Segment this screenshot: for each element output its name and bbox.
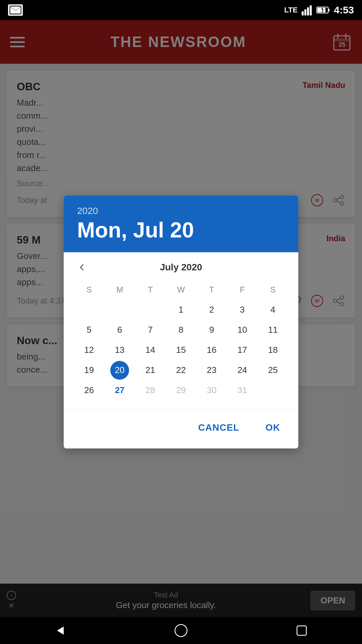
day-5[interactable]: 5 [80, 321, 99, 339]
day-12[interactable]: 12 [80, 341, 99, 360]
day-10[interactable]: 10 [233, 321, 252, 339]
day-21[interactable]: 21 [141, 361, 160, 380]
month-year-label: July 2020 [160, 262, 202, 273]
day-7[interactable]: 7 [141, 321, 160, 339]
weekday-fri: F [227, 282, 257, 297]
svg-rect-4 [310, 5, 312, 15]
day-18[interactable]: 18 [263, 341, 282, 360]
time-display: 4:53 [334, 4, 354, 16]
datepicker-year: 2020 [77, 206, 285, 216]
calendar-days: 1 2 3 4 5 6 7 8 9 10 11 12 13 14 15 [74, 301, 288, 400]
svg-rect-3 [307, 7, 309, 15]
prev-month-button[interactable] [74, 259, 90, 276]
status-bar-left [8, 4, 23, 16]
day-15[interactable]: 15 [172, 341, 190, 360]
day-11[interactable]: 11 [263, 321, 282, 339]
home-icon [174, 624, 188, 637]
day-19[interactable]: 19 [80, 361, 99, 380]
day-31[interactable]: 31 [233, 381, 252, 400]
signal-icon [302, 5, 312, 15]
day-empty-2 [110, 301, 129, 319]
day-29[interactable]: 29 [172, 381, 190, 400]
day-27-today[interactable]: 27 [110, 381, 129, 400]
navigation-bar [0, 617, 362, 644]
back-button[interactable] [47, 621, 74, 641]
day-empty-3 [141, 301, 160, 319]
weekday-tue: T [135, 282, 166, 297]
svg-rect-0 [10, 6, 21, 14]
day-empty-end [263, 381, 282, 400]
weekday-mon: M [104, 282, 135, 297]
calendar-grid: S M T W T F S 1 2 3 4 [74, 282, 288, 400]
day-17[interactable]: 17 [233, 341, 252, 360]
day-6[interactable]: 6 [110, 321, 129, 339]
weekday-sat: S [258, 282, 288, 297]
svg-rect-34 [297, 626, 306, 635]
battery-icon [316, 6, 330, 14]
day-empty-1 [80, 301, 99, 319]
home-button[interactable] [168, 621, 194, 641]
svg-rect-1 [302, 11, 304, 15]
weekday-thu: T [196, 282, 227, 297]
datepicker-nav: July 2020 [74, 259, 288, 276]
ok-button[interactable]: Ok [257, 417, 288, 438]
svg-rect-6 [328, 9, 329, 11]
svg-rect-2 [304, 9, 306, 15]
day-23[interactable]: 23 [202, 361, 221, 380]
datepicker-body: July 2020 S M T W T F S [64, 252, 298, 410]
calendar-weekdays: S M T W T F S [74, 282, 288, 297]
svg-point-33 [175, 625, 187, 637]
datepicker-date: Mon, Jul 20 [77, 218, 285, 242]
day-8[interactable]: 8 [172, 321, 190, 339]
svg-marker-32 [57, 627, 64, 635]
day-26[interactable]: 26 [80, 381, 99, 400]
day-9[interactable]: 9 [202, 321, 221, 339]
email-icon [8, 4, 23, 16]
dialog-overlay: 2020 Mon, Jul 20 July 2020 S M [0, 0, 362, 644]
datepicker-actions: CANCEL Ok [64, 410, 298, 448]
datepicker-header: 2020 Mon, Jul 20 [64, 196, 298, 252]
day-1[interactable]: 1 [172, 301, 190, 319]
day-30[interactable]: 30 [202, 381, 221, 400]
weekday-sun: S [74, 282, 104, 297]
svg-rect-7 [317, 8, 325, 12]
day-20-selected[interactable]: 20 [110, 361, 129, 380]
weekday-wed: W [166, 282, 196, 297]
day-22[interactable]: 22 [172, 361, 190, 380]
recents-button[interactable] [288, 621, 315, 641]
status-bar: LTE 4:53 [0, 0, 362, 20]
network-indicator: LTE [284, 6, 298, 14]
datepicker-dialog: 2020 Mon, Jul 20 July 2020 S M [64, 196, 298, 448]
day-16[interactable]: 16 [202, 341, 221, 360]
status-bar-right: LTE 4:53 [284, 4, 354, 16]
day-4[interactable]: 4 [263, 301, 282, 319]
day-14[interactable]: 14 [141, 341, 160, 360]
day-25[interactable]: 25 [263, 361, 282, 380]
recents-icon [296, 625, 308, 637]
day-28[interactable]: 28 [141, 381, 160, 400]
cancel-button[interactable]: CANCEL [190, 417, 247, 438]
day-3[interactable]: 3 [233, 301, 252, 319]
day-2[interactable]: 2 [202, 301, 221, 319]
day-13[interactable]: 13 [110, 341, 129, 360]
day-24[interactable]: 24 [233, 361, 252, 380]
back-icon [54, 624, 67, 637]
